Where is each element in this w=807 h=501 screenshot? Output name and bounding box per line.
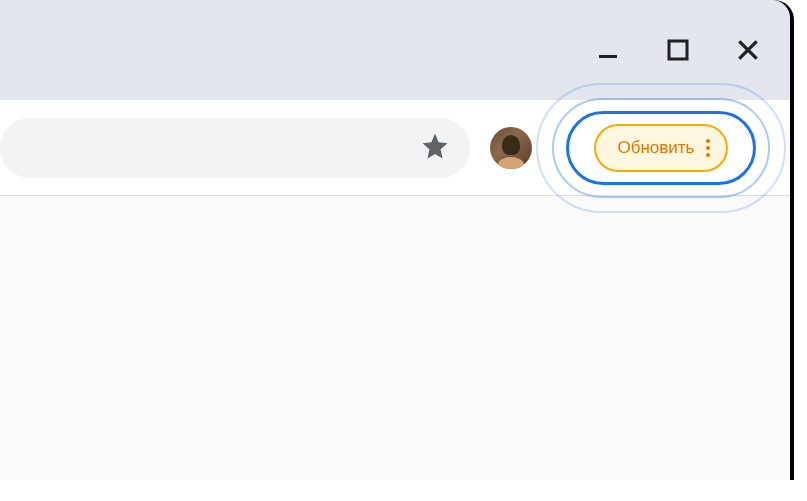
- svg-rect-1: [669, 41, 687, 59]
- minimize-icon: [596, 38, 620, 62]
- maximize-button[interactable]: [664, 36, 692, 64]
- svg-rect-0: [599, 55, 617, 58]
- bookmark-star-icon[interactable]: [420, 131, 450, 165]
- close-button[interactable]: [734, 36, 762, 64]
- update-button-label: Обновить: [618, 138, 695, 158]
- minimize-button[interactable]: [594, 36, 622, 64]
- browser-toolbar: Обновить: [0, 100, 790, 196]
- maximize-icon: [666, 38, 690, 62]
- close-icon: [735, 37, 761, 63]
- address-bar[interactable]: [0, 118, 470, 178]
- browser-window: Обновить: [0, 0, 790, 480]
- profile-avatar[interactable]: [490, 127, 532, 169]
- title-bar: [0, 0, 790, 100]
- update-button[interactable]: Обновить: [594, 124, 729, 172]
- menu-dots-icon[interactable]: [706, 139, 710, 157]
- content-area: [0, 196, 790, 480]
- update-highlight: Обновить: [546, 100, 776, 196]
